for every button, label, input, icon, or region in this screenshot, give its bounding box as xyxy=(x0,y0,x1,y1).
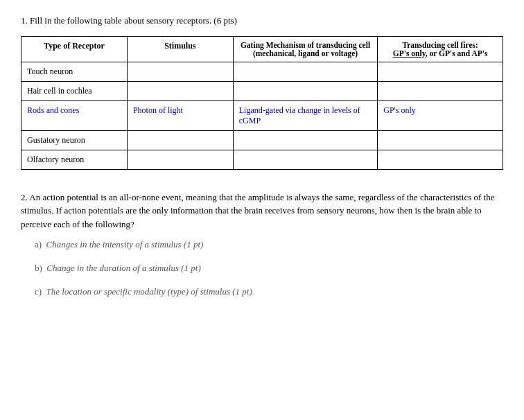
cell-gating xyxy=(233,150,378,169)
cell-stimulus xyxy=(127,81,233,100)
question-1: 1. Fill in the following table about sen… xyxy=(21,14,503,170)
table-row: Olfactory neuron xyxy=(21,150,503,169)
cell-type: Rods and cones xyxy=(21,100,128,130)
cell-transducing xyxy=(378,62,503,81)
cell-transducing xyxy=(378,81,503,100)
cell-stimulus xyxy=(127,130,233,150)
sub-question: b) Change in the duration of a stimulus … xyxy=(35,263,503,274)
question-2: 2. An action potential is an all-or-none… xyxy=(21,191,503,298)
cell-stimulus xyxy=(127,62,233,81)
header-transducing: Transducing cell fires:GP's only, or GP'… xyxy=(378,36,503,62)
cell-type: Olfactory neuron xyxy=(21,150,128,169)
cell-transducing xyxy=(378,150,503,169)
sub-question-text: Changes in the intensity of a stimulus (… xyxy=(46,239,204,250)
cell-gating xyxy=(233,130,378,150)
question-2-label: 2. An action potential is an all-or-none… xyxy=(21,191,503,231)
cell-type: Touch neuron xyxy=(21,62,128,81)
sub-question: c) The location or specific modality (ty… xyxy=(35,286,503,297)
header-gating: Gating Mechanism of transducing cell (me… xyxy=(233,36,378,62)
sub-question-label: c) xyxy=(35,286,46,297)
sensory-receptor-table: Type of Receptor Stimulus Gating Mechani… xyxy=(21,36,503,170)
cell-stimulus: Photon of light xyxy=(127,100,233,130)
sub-question-label: b) xyxy=(35,263,46,273)
table-row: Rods and conesPhoton of lightLigand-gate… xyxy=(21,100,503,130)
sub-question-text: The location or specific modality (type)… xyxy=(46,286,252,297)
cell-transducing: GP's only xyxy=(378,100,503,130)
cell-gating: Ligand-gated via change in levels of cGM… xyxy=(233,100,378,130)
sub-question: a) Changes in the intensity of a stimulu… xyxy=(35,239,503,250)
cell-type: Gustatory neuron xyxy=(21,130,128,150)
sub-question-text: Change in the duration of a stimulus (1 … xyxy=(46,263,200,273)
header-stimulus: Stimulus xyxy=(127,36,233,62)
cell-type: Hair cell in cochlea xyxy=(21,81,128,100)
table-row: Touch neuron xyxy=(21,62,503,81)
question-1-label: 1. Fill in the following table about sen… xyxy=(21,14,503,28)
table-row: Gustatory neuron xyxy=(21,130,503,150)
cell-transducing xyxy=(378,130,503,150)
cell-gating xyxy=(233,62,378,81)
cell-gating xyxy=(233,81,378,100)
table-row: Hair cell in cochlea xyxy=(21,81,503,100)
cell-stimulus xyxy=(127,150,233,169)
sub-question-label: a) xyxy=(35,239,46,250)
header-type: Type of Receptor xyxy=(21,36,128,62)
